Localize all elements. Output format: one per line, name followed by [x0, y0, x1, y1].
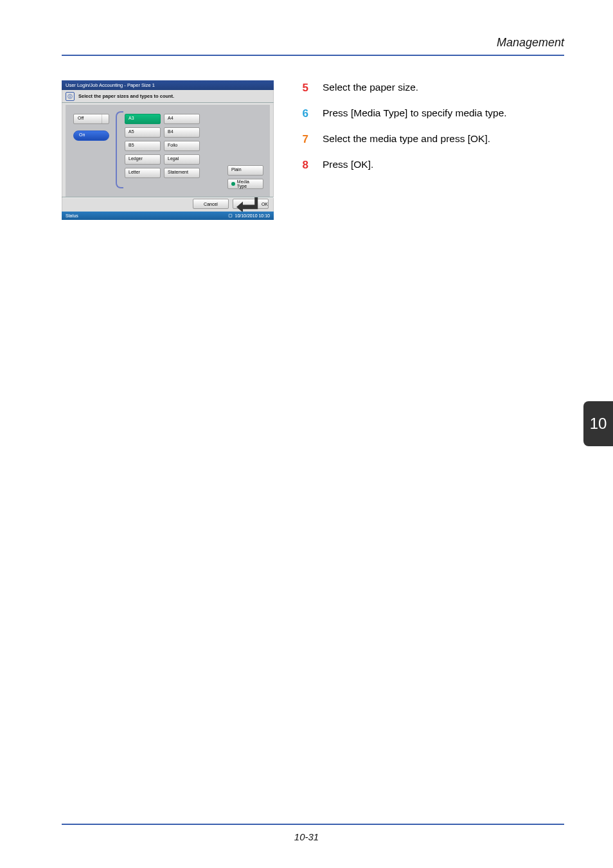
- dialog-instruction: Select the paper sizes and types to coun…: [78, 93, 174, 99]
- media-type-display: Plain: [227, 165, 263, 176]
- svg-point-2: [69, 95, 70, 95]
- status-label[interactable]: Status: [66, 213, 78, 218]
- info-icon: [66, 92, 75, 101]
- step-text: Select the media type and press [OK].: [323, 133, 490, 146]
- footer-rule: [62, 824, 564, 825]
- section-heading: Management: [62, 36, 564, 50]
- size-folio-button[interactable]: Folio: [164, 141, 200, 151]
- ok-button[interactable]: OK: [233, 199, 269, 209]
- device-screenshot: User Login/Job Accounting - Paper Size 1…: [62, 80, 274, 220]
- header-rule: [62, 55, 564, 56]
- size-a5-button[interactable]: A5: [125, 127, 161, 138]
- cancel-button[interactable]: Cancel: [193, 199, 229, 209]
- size-legal-button[interactable]: Legal: [164, 154, 200, 165]
- step-number: 5: [301, 82, 308, 95]
- page-number: 10-31: [0, 831, 613, 842]
- svg-rect-1: [70, 96, 71, 98]
- media-type-button[interactable]: Media Type: [227, 179, 263, 189]
- step-number: 6: [301, 107, 308, 120]
- toggle-on-button[interactable]: On: [73, 131, 109, 141]
- step-item: 5Select the paper size.: [301, 82, 564, 95]
- paper-size-grid: A3 A4 A5 B4 B5 Folio Ledger Legal Letter…: [125, 114, 200, 178]
- svg-rect-3: [229, 214, 232, 217]
- toggle-off-button[interactable]: Off: [73, 114, 109, 124]
- step-item: 8Press [OK].: [301, 159, 564, 172]
- step-number: 8: [301, 159, 308, 172]
- step-number: 7: [301, 133, 308, 146]
- step-text: Select the paper size.: [323, 82, 418, 95]
- chapter-tab: 10: [583, 401, 613, 446]
- size-a4-button[interactable]: A4: [164, 114, 200, 124]
- step-item: 7Select the media type and press [OK].: [301, 133, 564, 146]
- step-text: Press [Media Type] to specify media type…: [323, 107, 507, 120]
- size-b5-button[interactable]: B5: [125, 141, 161, 151]
- size-statement-button[interactable]: Statement: [164, 168, 200, 178]
- step-text: Press [OK].: [323, 159, 373, 172]
- step-item: 6Press [Media Type] to specify media typ…: [301, 107, 564, 120]
- dialog-title: User Login/Job Accounting - Paper Size 1: [62, 80, 274, 90]
- device-icon: [228, 213, 233, 218]
- size-b4-button[interactable]: B4: [164, 127, 200, 138]
- size-a3-button[interactable]: A3: [125, 114, 161, 124]
- bracket-decoration: [116, 111, 123, 188]
- indicator-dot-icon: [231, 182, 235, 186]
- step-list: 5Select the paper size. 6Press [Media Ty…: [301, 80, 564, 220]
- size-letter-button[interactable]: Letter: [125, 168, 161, 178]
- status-datetime: 10/10/2010 10:10: [235, 213, 271, 218]
- media-type-button-label: Media Type: [237, 179, 260, 188]
- size-ledger-button[interactable]: Ledger: [125, 154, 161, 165]
